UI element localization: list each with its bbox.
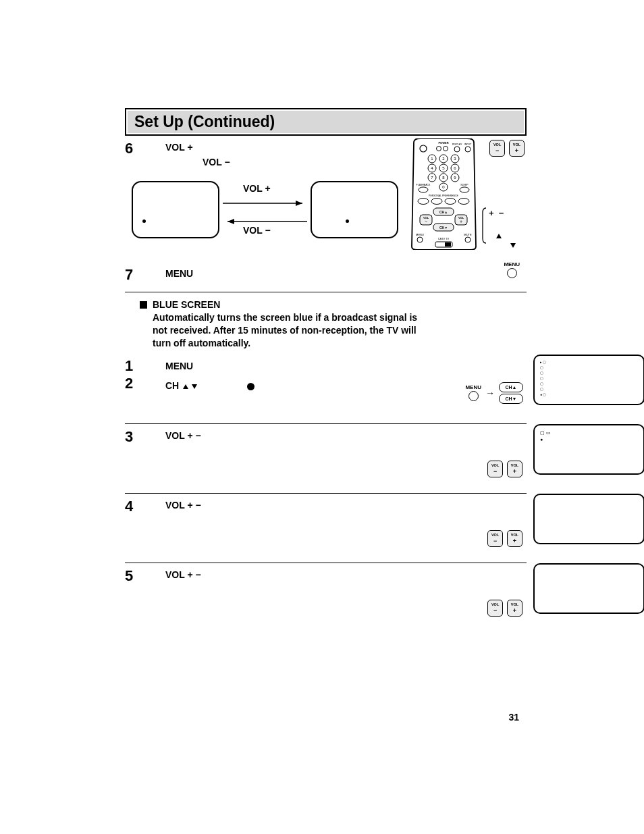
step-4: 4 VOL + − VOL− VOL+ xyxy=(125,494,527,563)
vol-pm-label: VOL + − xyxy=(165,430,201,441)
triangle-up-icon xyxy=(496,234,502,238)
step-number: 6 xyxy=(125,140,165,156)
svg-text:MENU: MENU xyxy=(416,233,424,236)
ch-label: CH xyxy=(165,380,179,391)
menu-button[interactable]: MENU xyxy=(504,262,520,278)
svg-text:−: − xyxy=(425,219,427,224)
vol-plus-button[interactable]: VOL+ xyxy=(507,600,522,617)
plus-minus-hint: + − xyxy=(489,208,504,218)
vol-plus-label: VOL + xyxy=(165,142,193,153)
svg-text:+: + xyxy=(460,219,462,224)
step-3: 3 VOL + − VOL− VOL+ ▢ ▭ ● xyxy=(125,424,527,494)
vol-minus-label: VOL − xyxy=(203,157,230,167)
ch-up-button[interactable]: CH▲ xyxy=(499,382,523,392)
arrow-label-top: VOL + xyxy=(243,181,271,196)
step-body: VOL + − VOL− VOL+ xyxy=(165,428,527,443)
svg-marker-1 xyxy=(296,201,302,206)
step-1-2: 1 2 MENU CH MENU → xyxy=(125,355,527,424)
page-number: 31 xyxy=(508,712,519,723)
screen-right xyxy=(311,181,398,238)
svg-text:PERSONAL PREFERENCE: PERSONAL PREFERENCE xyxy=(429,194,458,197)
arrow-label-bottom: VOL − xyxy=(243,223,271,238)
step-body: MENU CH MENU → CH▲ CH▼ xyxy=(165,359,527,393)
vol-minus-button[interactable]: VOL− xyxy=(487,530,503,547)
svg-text:DISPLAY: DISPLAY xyxy=(452,143,462,146)
dot-icon xyxy=(247,383,254,390)
menu-screen-5 xyxy=(533,563,644,614)
svg-rect-56 xyxy=(445,242,451,246)
vol-plus-button[interactable]: VOL+ xyxy=(507,461,522,477)
heading-text: BLUE SCREEN xyxy=(153,299,220,310)
screen-left xyxy=(132,181,219,238)
svg-text:CH▲: CH▲ xyxy=(439,210,448,214)
remote-control: POWER DISPLAY INPUT 1 2 3 4 5 6 7 8 9 0 … xyxy=(408,138,479,250)
vol-plus-button[interactable]: VOL+ xyxy=(509,140,525,157)
title-bar: Set Up (Continued) xyxy=(125,108,527,136)
step-number: 5 xyxy=(125,567,165,583)
svg-text:INPUT: INPUT xyxy=(464,143,472,146)
menu-label: MENU xyxy=(165,268,193,279)
blue-screen-heading: BLUE SCREEN xyxy=(125,299,527,310)
vol-minus-button[interactable]: VOL− xyxy=(487,600,503,617)
svg-text:FLASHBACK: FLASHBACK xyxy=(417,184,431,186)
step-body: VOL + − VOL− VOL+ xyxy=(165,567,527,582)
step-7: 7 MENU MENU xyxy=(125,255,527,292)
up-down-hint xyxy=(496,230,522,242)
step-number: 2 xyxy=(125,376,165,391)
square-bullet-icon xyxy=(140,301,147,309)
vol-minus-button[interactable]: VOL− xyxy=(489,140,505,157)
step-number: 1 xyxy=(125,359,165,373)
step-body: VOL + − VOL− VOL+ xyxy=(165,498,527,513)
vol-minus-button[interactable]: VOL− xyxy=(487,461,503,477)
svg-marker-3 xyxy=(227,219,234,224)
menu-screen-1: ▸ ▢▢▢▢▢▢ ● ▢ xyxy=(533,355,644,405)
triangle-down-icon xyxy=(192,384,197,389)
manual-page: Set Up (Continued) 6 VOL + VOL − VOL− VO… xyxy=(0,0,644,834)
vol-pm-label: VOL + − xyxy=(165,569,201,580)
triangle-up-icon xyxy=(183,384,188,389)
svg-text:CH▼: CH▼ xyxy=(439,226,448,230)
menu-label: MENU xyxy=(165,361,193,371)
step-number: 7 xyxy=(125,266,165,282)
arrow-right-icon: → xyxy=(485,386,495,400)
svg-text:MUTE: MUTE xyxy=(464,233,472,236)
menu-screen-3: ▢ ▭ ● xyxy=(533,424,644,475)
step-number: 3 xyxy=(125,428,165,444)
step-5: 5 VOL + − VOL− VOL+ xyxy=(125,563,527,632)
svg-text:CATV     TV: CATV TV xyxy=(438,237,450,240)
menu-button[interactable]: MENU xyxy=(465,385,481,401)
svg-text:SLEEP: SLEEP xyxy=(460,184,468,186)
vol-pm-label: VOL + − xyxy=(165,500,201,511)
step-body: MENU MENU xyxy=(165,266,527,281)
power-label: POWER xyxy=(438,141,448,145)
ch-down-button[interactable]: CH▼ xyxy=(499,394,523,404)
triangle-down-icon xyxy=(510,243,516,248)
vol-plus-button[interactable]: VOL+ xyxy=(507,530,522,547)
page-title: Set Up (Continued) xyxy=(128,111,524,133)
step-number: 4 xyxy=(125,498,165,514)
menu-screen-4 xyxy=(533,494,644,544)
blue-screen-desc: Automatically turns the screen blue if a… xyxy=(153,311,527,350)
